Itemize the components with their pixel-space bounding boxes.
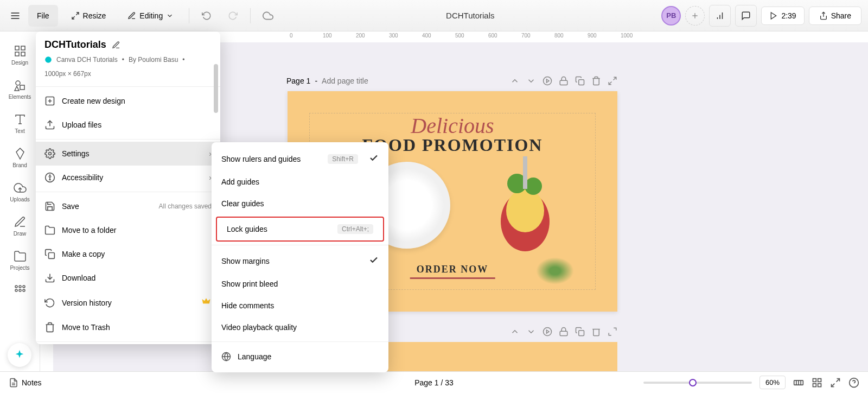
sidebar-text[interactable]: Text xyxy=(0,106,40,141)
page-actions xyxy=(510,76,617,86)
zoom-percentage[interactable]: 60% xyxy=(760,376,786,389)
create-new-design[interactable]: Create new design xyxy=(36,89,220,113)
chevron-down-icon xyxy=(166,12,174,20)
avatar[interactable]: PB xyxy=(661,6,681,26)
show-rulers-item[interactable]: Show rulers and guides Shift+R xyxy=(212,147,388,171)
notes-button[interactable]: Notes xyxy=(9,378,42,388)
upload-files[interactable]: Upload files xyxy=(36,113,220,137)
lock-guides-item[interactable]: Lock guides Ctrl+Alt+; xyxy=(216,217,384,242)
svg-rect-17 xyxy=(20,85,24,90)
svg-point-16 xyxy=(16,81,20,85)
trash-icon[interactable] xyxy=(591,327,601,337)
save-item[interactable]: Save All changes saved xyxy=(36,194,220,218)
expand-icon[interactable] xyxy=(608,76,617,86)
ruler-mark: 900 xyxy=(588,33,597,39)
show-print-bleed-item[interactable]: Show print bleed xyxy=(212,273,388,295)
duplicate-icon[interactable] xyxy=(575,327,585,337)
fullscreen-icon[interactable] xyxy=(830,377,841,388)
grid-view-icon[interactable] xyxy=(812,377,822,388)
ai-assistant-button[interactable] xyxy=(8,343,31,367)
sidebar-draw[interactable]: Draw xyxy=(0,209,40,243)
version-history[interactable]: Version history xyxy=(36,290,220,315)
svg-rect-63 xyxy=(818,383,821,386)
move-to-trash[interactable]: Move to Trash xyxy=(36,315,220,339)
redo-button[interactable] xyxy=(222,5,244,27)
undo-button[interactable] xyxy=(196,5,218,27)
hide-comments-item[interactable]: Hide comments xyxy=(212,295,388,316)
file-button[interactable]: File xyxy=(28,5,58,27)
sidebar-apps[interactable] xyxy=(0,277,40,303)
timeline-icon[interactable] xyxy=(793,377,804,388)
ruler-mark: 200 xyxy=(356,33,365,39)
clear-guides-item[interactable]: Clear guides xyxy=(212,193,388,214)
menu-label: Accessibility xyxy=(62,173,103,182)
settings-item[interactable]: Settings › xyxy=(36,142,220,166)
video-quality-item[interactable]: Video playback quality xyxy=(212,316,388,338)
sidebar-uploads[interactable]: Uploads xyxy=(0,175,40,209)
trash-icon[interactable] xyxy=(591,76,601,86)
svg-rect-15 xyxy=(15,52,19,56)
file-dims: 1000px × 667px xyxy=(36,70,220,84)
sidebar-brand[interactable]: Brand xyxy=(0,141,40,175)
share-button[interactable]: Share xyxy=(809,7,861,25)
ruler-mark: 500 xyxy=(455,33,464,39)
add-guides-item[interactable]: Add guides xyxy=(212,171,388,193)
chevron-up-icon[interactable] xyxy=(510,327,520,337)
ruler-mark: 0 xyxy=(290,33,293,39)
svg-rect-13 xyxy=(21,46,25,50)
chevron-down-icon[interactable] xyxy=(526,76,536,86)
resize-button[interactable]: Resize xyxy=(62,5,115,27)
insights-button[interactable] xyxy=(709,5,731,27)
zoom-slider[interactable] xyxy=(643,382,752,384)
edit-title-icon[interactable] xyxy=(112,41,120,49)
scrollbar[interactable] xyxy=(214,64,218,113)
menu-toggle[interactable] xyxy=(7,7,24,24)
svg-point-50 xyxy=(49,175,50,176)
sidebar-design[interactable]: Design xyxy=(0,38,40,72)
sidebar-projects[interactable]: Projects xyxy=(0,243,40,277)
sidebar-elements[interactable]: Elements xyxy=(0,72,40,106)
page-title-input[interactable] xyxy=(322,77,417,85)
editing-button[interactable]: Editing xyxy=(119,5,182,27)
duplicate-icon[interactable] xyxy=(575,76,585,86)
accessibility-item[interactable]: Accessibility › xyxy=(36,166,220,189)
chevron-down-icon[interactable] xyxy=(526,327,536,337)
sidebar-label: Elements xyxy=(9,94,31,100)
language-item[interactable]: Language xyxy=(212,345,388,368)
menu-label: Lock guides xyxy=(227,225,267,233)
help-icon[interactable] xyxy=(848,377,859,388)
svg-point-48 xyxy=(49,153,52,155)
chevron-up-icon[interactable] xyxy=(510,76,520,86)
lock-icon[interactable] xyxy=(559,76,569,86)
file-menu-title[interactable]: DCHTutorials xyxy=(44,39,106,50)
comment-button[interactable] xyxy=(735,5,757,27)
animate-icon[interactable] xyxy=(542,327,552,337)
page-navigation[interactable]: Page 1 / 33 xyxy=(414,378,454,387)
menu-label: Save xyxy=(62,202,79,211)
menu-label: Add guides xyxy=(221,178,259,186)
cloud-sync-button[interactable] xyxy=(257,5,279,27)
file-label: File xyxy=(37,11,49,20)
ruler-mark: 100 xyxy=(323,33,332,39)
svg-marker-10 xyxy=(771,12,776,19)
lock-icon[interactable] xyxy=(559,327,569,337)
show-margins-item[interactable]: Show margins xyxy=(212,249,388,273)
animate-icon[interactable] xyxy=(542,76,552,86)
zoom-thumb[interactable] xyxy=(689,379,697,386)
herbs-image[interactable] xyxy=(536,257,574,284)
move-to-folder[interactable]: Move to a folder xyxy=(36,218,220,242)
svg-line-32 xyxy=(614,77,616,80)
shortcut: Shift+R xyxy=(328,154,358,164)
globe-icon xyxy=(221,352,231,362)
add-user-button[interactable] xyxy=(685,6,705,26)
download-item[interactable]: Download xyxy=(36,266,220,290)
pasta-fork-image[interactable] xyxy=(487,156,563,254)
sidebar-label: Projects xyxy=(10,265,29,271)
order-now-button[interactable]: ORDER NOW xyxy=(410,264,495,279)
document-title[interactable]: DCHTutorials xyxy=(283,11,657,20)
make-a-copy[interactable]: Make a copy xyxy=(36,242,220,266)
svg-point-24 xyxy=(23,286,25,288)
expand-icon[interactable] xyxy=(608,327,617,337)
svg-line-33 xyxy=(609,82,611,85)
duration-button[interactable]: 2:39 xyxy=(761,7,804,25)
